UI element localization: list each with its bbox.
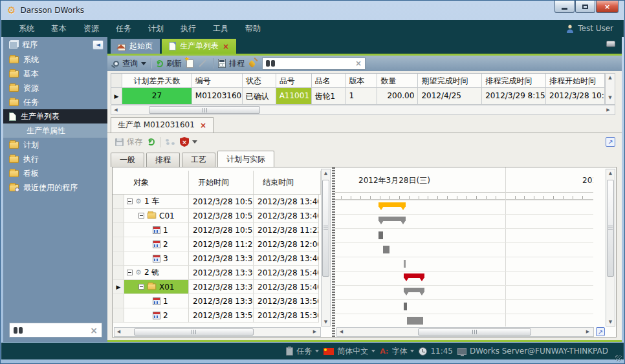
tree-row[interactable]: 22012/3/28 11:222012/3/28 12:00 bbox=[113, 237, 321, 252]
gantt-bar[interactable] bbox=[383, 246, 389, 253]
grid-vertical-scrollbar[interactable]: ▲ ▼ bbox=[605, 73, 615, 105]
detail-tab-close-icon[interactable]: × bbox=[200, 121, 206, 130]
gantt-bar[interactable] bbox=[404, 260, 406, 268]
tree-object-cell[interactable]: ⚙2 铣 bbox=[124, 266, 189, 280]
subtab-0[interactable]: 一般 bbox=[111, 153, 144, 167]
gantt-horizontal-scrollbar[interactable]: ◀ ▶ bbox=[336, 327, 594, 337]
grid-row-selector[interactable]: ▶ bbox=[111, 88, 122, 105]
gantt-bar[interactable] bbox=[378, 217, 406, 221]
hierarchy-icon[interactable] bbox=[166, 138, 175, 146]
sidebar-item-8[interactable]: 看板 bbox=[3, 166, 107, 180]
close-button[interactable]: × bbox=[596, 1, 619, 13]
subtab-2[interactable]: 工艺 bbox=[182, 153, 215, 167]
save-button[interactable]: 保存 bbox=[115, 136, 142, 147]
sidebar-item-6[interactable]: 计划 bbox=[3, 138, 107, 152]
grid-cell[interactable]: 1 bbox=[346, 88, 378, 105]
tree-row[interactable]: 12012/3/28 13:302012/3/28 13:50 bbox=[113, 294, 321, 308]
tree-row[interactable]: 32012/3/28 13:302012/3/28 13:40 bbox=[113, 252, 321, 266]
tree-row[interactable]: ⚙1 车2012/3/28 10:522012/3/28 13:40 bbox=[113, 195, 321, 209]
tree-object-cell[interactable]: 2 bbox=[124, 237, 189, 252]
clear-search-icon[interactable]: × bbox=[355, 59, 362, 68]
tree-object-cell[interactable]: C01 bbox=[124, 209, 189, 223]
sidebar-item-9[interactable]: 最近使用的程序 bbox=[3, 180, 107, 195]
tree-object-cell[interactable]: 1 bbox=[124, 294, 189, 308]
gantt-bar[interactable] bbox=[407, 317, 423, 325]
grid-cell[interactable]: 2012/3/28 10:52 bbox=[546, 88, 605, 105]
tree-row[interactable]: C012012/3/28 10:522012/3/28 13:40 bbox=[113, 209, 321, 223]
refresh-button[interactable]: 刷新 bbox=[156, 58, 182, 69]
tree-row[interactable]: ⚙2 铣2012/3/28 13:302012/3/28 15:40 bbox=[113, 266, 321, 280]
menu-item-4[interactable]: 计划 bbox=[140, 21, 172, 37]
detail-refresh-button[interactable] bbox=[148, 138, 155, 145]
schedule-button[interactable]: 排程 bbox=[218, 58, 245, 69]
grid-cell[interactable]: M012031601 bbox=[192, 88, 243, 105]
tree-object-cell[interactable]: 3 bbox=[124, 252, 189, 266]
menu-item-6[interactable]: 工具 bbox=[204, 21, 237, 37]
status-language-selector[interactable]: 简体中文 bbox=[323, 346, 375, 357]
validation-dropdown-icon[interactable] bbox=[192, 140, 197, 146]
tab-close-icon[interactable]: × bbox=[223, 42, 229, 51]
collapse-expander-icon[interactable] bbox=[127, 198, 133, 204]
tree-row[interactable]: ▶X012012/3/28 13:302012/3/28 15:40 bbox=[113, 280, 321, 294]
gantt-vertical-scrollbar[interactable]: ▲ ▼ bbox=[606, 169, 615, 327]
grid-cell[interactable]: 齿轮1 bbox=[312, 88, 346, 105]
sidebar-item-2[interactable]: 资源 bbox=[3, 81, 107, 95]
tree-row[interactable]: 22012/3/28 13:502012/3/28 15:30 bbox=[113, 308, 321, 323]
subtab-3[interactable]: 计划与实际 bbox=[217, 151, 274, 167]
gantt-bar[interactable] bbox=[378, 202, 406, 207]
grid-horizontal-scrollbar[interactable]: ◀ ▶ bbox=[111, 105, 615, 115]
tree-object-cell[interactable]: 2 bbox=[124, 308, 189, 323]
user-indicator[interactable]: Test User bbox=[566, 24, 613, 33]
menu-item-5[interactable]: 执行 bbox=[172, 21, 204, 37]
maximize-button[interactable] bbox=[575, 1, 595, 13]
tree-object-cell[interactable]: X01 bbox=[124, 280, 189, 294]
pin-icon[interactable] bbox=[606, 41, 615, 47]
tab-start-page[interactable]: 起始页 bbox=[111, 39, 160, 54]
sidebar-item-5[interactable]: 生产单属性 bbox=[3, 123, 107, 138]
sidebar-item-0[interactable]: 系统 bbox=[3, 52, 107, 67]
new-button[interactable] bbox=[186, 59, 193, 68]
status-task-selector[interactable]: 任务 bbox=[286, 346, 319, 357]
clean-button[interactable] bbox=[249, 59, 258, 68]
grid-cell[interactable]: 200.00 bbox=[377, 88, 418, 105]
sidebar-item-7[interactable]: 执行 bbox=[3, 152, 107, 166]
tree-vertical-scrollbar[interactable]: ▲ ▼ bbox=[321, 169, 331, 327]
gantt-bar[interactable] bbox=[378, 231, 383, 239]
grid-cell[interactable]: 27 bbox=[122, 88, 192, 105]
resize-grip[interactable] bbox=[615, 355, 622, 361]
sidebar-item-4[interactable]: 生产单列表 bbox=[3, 109, 107, 123]
open-in-window-icon[interactable]: ↗ bbox=[606, 137, 615, 147]
query-dropdown-icon[interactable] bbox=[141, 62, 146, 68]
gantt-bar[interactable] bbox=[404, 303, 407, 310]
query-button[interactable]: 查询 bbox=[113, 58, 146, 69]
subtab-1[interactable]: 排程 bbox=[146, 153, 180, 167]
toolbar-search-input[interactable]: × bbox=[262, 58, 366, 70]
sidebar-collapse-button[interactable]: ◄ bbox=[93, 40, 104, 50]
collapse-expander-icon[interactable] bbox=[127, 270, 133, 275]
clear-search-icon[interactable]: × bbox=[90, 325, 98, 336]
menu-item-3[interactable]: 任务 bbox=[107, 21, 140, 37]
validation-button[interactable]: × bbox=[180, 137, 197, 147]
menu-item-7[interactable]: 帮助 bbox=[237, 21, 269, 37]
detail-tab[interactable]: 生产单 M012031601 × bbox=[111, 117, 214, 133]
sidebar-item-3[interactable]: 任务 bbox=[3, 95, 107, 109]
minimize-button[interactable] bbox=[554, 1, 575, 13]
tab-order-list[interactable]: 生产单列表 × bbox=[162, 39, 236, 54]
tree-horizontal-scrollbar[interactable]: ◀ ▶ bbox=[114, 327, 321, 337]
collapse-expander-icon[interactable] bbox=[138, 284, 144, 290]
tree-object-cell[interactable]: 1 bbox=[124, 223, 189, 237]
sidebar-item-1[interactable]: 基本 bbox=[3, 67, 107, 81]
sidebar-search-box[interactable]: × bbox=[9, 323, 102, 337]
edit-button[interactable] bbox=[198, 63, 208, 64]
grid-cell[interactable]: 2012/4/25 bbox=[418, 88, 482, 105]
menu-item-2[interactable]: 资源 bbox=[75, 21, 107, 37]
grid-data-row[interactable]: ▶27M012031601已确认A11001齿轮11200.002012/4/2… bbox=[111, 88, 605, 105]
collapse-expander-icon[interactable] bbox=[138, 213, 144, 219]
menu-item-1[interactable]: 基本 bbox=[43, 21, 75, 37]
gantt-expand-icon[interactable]: ↗ bbox=[596, 327, 605, 336]
tree-row[interactable]: 12012/3/28 10:522012/3/28 11:22 bbox=[113, 223, 321, 237]
grid-cell[interactable]: A11001 bbox=[276, 88, 312, 105]
tree-object-cell[interactable]: ⚙1 车 bbox=[124, 195, 189, 209]
grid-cell[interactable]: 2012/3/29 8:15 bbox=[482, 88, 546, 105]
menu-item-0[interactable]: 系统 bbox=[10, 21, 43, 37]
